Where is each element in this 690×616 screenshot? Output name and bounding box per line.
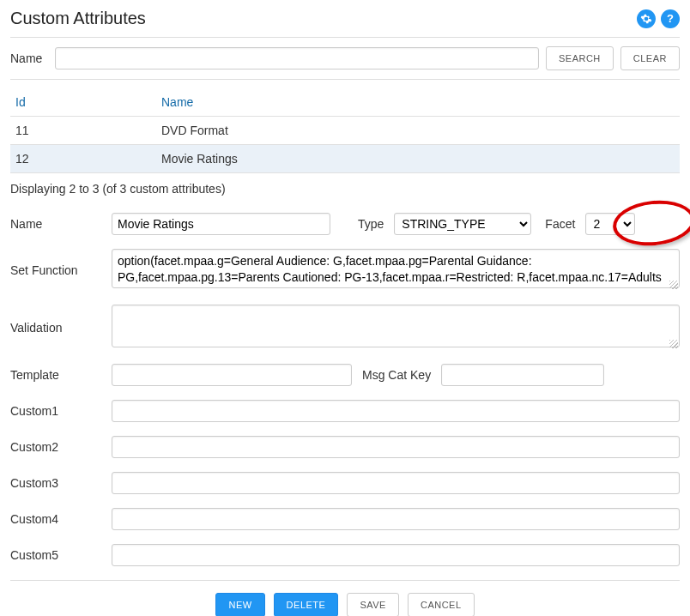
name-field[interactable] <box>112 213 330 235</box>
col-id[interactable]: Id <box>10 88 156 117</box>
custom2-field[interactable] <box>112 436 680 458</box>
facet-label: Facet <box>545 217 575 231</box>
cell-id: 12 <box>10 145 156 173</box>
cell-name: DVD Format <box>156 117 680 145</box>
name-label: Name <box>10 217 112 231</box>
type-label: Type <box>358 217 384 231</box>
custom5-label: Custom5 <box>10 548 112 562</box>
name-type-facet-row: Type STRING_TYPE Facet 2 <box>112 213 680 235</box>
template-row: Msg Cat Key <box>112 364 680 386</box>
msgcat-label: Msg Cat Key <box>362 368 431 382</box>
help-icon[interactable]: ? <box>661 9 680 28</box>
gear-icon[interactable] <box>637 9 656 28</box>
template-field[interactable] <box>112 364 352 386</box>
display-count: Displaying 2 to 3 (of 3 custom attribute… <box>10 182 680 196</box>
setfn-label: Set Function <box>10 263 112 277</box>
cell-id: 11 <box>10 117 156 145</box>
attributes-table: Id Name 11 DVD Format 12 Movie Ratings <box>10 88 680 173</box>
action-bar: NEW DELETE SAVE CANCEL <box>10 593 680 616</box>
save-button[interactable]: SAVE <box>347 593 399 616</box>
custom4-field[interactable] <box>112 508 680 530</box>
custom3-label: Custom3 <box>10 476 112 490</box>
table-row[interactable]: 11 DVD Format <box>10 117 680 145</box>
table-row[interactable]: 12 Movie Ratings <box>10 145 680 173</box>
cell-name: Movie Ratings <box>156 145 680 173</box>
cancel-button[interactable]: CANCEL <box>408 593 475 616</box>
custom2-label: Custom2 <box>10 440 112 454</box>
type-select[interactable]: STRING_TYPE <box>394 213 531 235</box>
search-input[interactable] <box>55 47 539 69</box>
page-header: Custom Attributes ? <box>10 9 680 28</box>
edit-form: Name Type STRING_TYPE Facet 2 Set Functi… <box>10 213 680 581</box>
clear-button[interactable]: CLEAR <box>620 46 680 70</box>
msgcat-field[interactable] <box>441 364 604 386</box>
validation-textarea[interactable] <box>112 305 680 347</box>
validation-label: Validation <box>10 321 112 335</box>
custom1-field[interactable] <box>112 400 680 422</box>
new-button[interactable]: NEW <box>215 593 264 616</box>
custom4-label: Custom4 <box>10 512 112 526</box>
search-label: Name <box>10 51 48 65</box>
page-title: Custom Attributes <box>10 9 146 28</box>
delete-button[interactable]: DELETE <box>274 593 339 616</box>
template-label: Template <box>10 368 112 382</box>
custom3-field[interactable] <box>112 472 680 494</box>
facet-select[interactable]: 2 <box>585 213 635 235</box>
search-bar: Name SEARCH CLEAR <box>10 37 680 80</box>
search-button[interactable]: SEARCH <box>546 46 614 70</box>
custom1-label: Custom1 <box>10 404 112 418</box>
header-icons: ? <box>637 9 680 28</box>
setfn-textarea[interactable]: option(facet.mpaa.g=General Audience: G,… <box>112 249 680 288</box>
custom5-field[interactable] <box>112 544 680 566</box>
col-name[interactable]: Name <box>156 88 680 117</box>
setfn-wrap: option(facet.mpaa.g=General Audience: G,… <box>112 249 680 291</box>
validation-wrap <box>112 305 680 350</box>
